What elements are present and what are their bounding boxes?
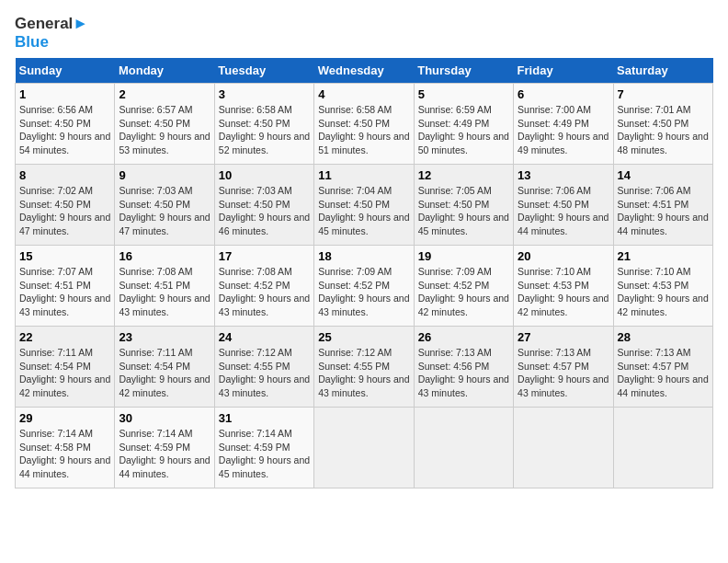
weekday-header-tuesday: Tuesday xyxy=(214,58,313,84)
calendar-cell xyxy=(414,408,513,488)
day-info: Sunrise: 7:14 AMSunset: 4:59 PMDaylight:… xyxy=(119,427,210,481)
day-info: Sunrise: 7:11 AMSunset: 4:54 PMDaylight:… xyxy=(119,346,210,400)
day-info: Sunrise: 7:10 AMSunset: 4:53 PMDaylight:… xyxy=(518,265,609,319)
weekday-header-monday: Monday xyxy=(115,58,214,84)
day-number: 28 xyxy=(618,330,709,344)
day-number: 10 xyxy=(219,168,310,182)
day-info: Sunrise: 7:04 AMSunset: 4:50 PMDaylight:… xyxy=(318,184,409,238)
calendar-cell: 14Sunrise: 7:06 AMSunset: 4:51 PMDayligh… xyxy=(613,165,712,246)
calendar-cell: 26Sunrise: 7:13 AMSunset: 4:56 PMDayligh… xyxy=(414,327,513,408)
day-number: 18 xyxy=(318,249,409,263)
calendar-cell: 30Sunrise: 7:14 AMSunset: 4:59 PMDayligh… xyxy=(115,408,214,488)
day-info: Sunrise: 7:09 AMSunset: 4:52 PMDaylight:… xyxy=(318,265,409,319)
page-header: General► Blue xyxy=(15,15,713,51)
calendar-cell: 7Sunrise: 7:01 AMSunset: 4:50 PMDaylight… xyxy=(613,84,712,165)
day-info: Sunrise: 7:12 AMSunset: 4:55 PMDaylight:… xyxy=(219,346,310,400)
calendar-cell: 19Sunrise: 7:09 AMSunset: 4:52 PMDayligh… xyxy=(414,246,513,327)
day-info: Sunrise: 7:07 AMSunset: 4:51 PMDaylight:… xyxy=(19,265,110,319)
day-info: Sunrise: 7:03 AMSunset: 4:50 PMDaylight:… xyxy=(119,184,210,238)
day-number: 14 xyxy=(618,168,709,182)
day-number: 5 xyxy=(418,87,509,101)
day-info: Sunrise: 7:06 AMSunset: 4:50 PMDaylight:… xyxy=(518,184,609,238)
calendar-week-row: 1Sunrise: 6:56 AMSunset: 4:50 PMDaylight… xyxy=(16,84,713,165)
calendar-cell: 8Sunrise: 7:02 AMSunset: 4:50 PMDaylight… xyxy=(16,165,115,246)
calendar-cell: 2Sunrise: 6:57 AMSunset: 4:50 PMDaylight… xyxy=(115,84,214,165)
day-info: Sunrise: 7:10 AMSunset: 4:53 PMDaylight:… xyxy=(618,265,709,319)
day-number: 19 xyxy=(418,249,509,263)
calendar-cell: 15Sunrise: 7:07 AMSunset: 4:51 PMDayligh… xyxy=(16,246,115,327)
logo-blue: Blue xyxy=(15,33,88,52)
day-number: 4 xyxy=(318,87,409,101)
calendar-cell: 25Sunrise: 7:12 AMSunset: 4:55 PMDayligh… xyxy=(314,327,414,408)
calendar-cell: 5Sunrise: 6:59 AMSunset: 4:49 PMDaylight… xyxy=(414,84,513,165)
day-info: Sunrise: 6:58 AMSunset: 4:50 PMDaylight:… xyxy=(219,103,310,157)
day-info: Sunrise: 6:56 AMSunset: 4:50 PMDaylight:… xyxy=(19,103,110,157)
calendar-cell: 9Sunrise: 7:03 AMSunset: 4:50 PMDaylight… xyxy=(115,165,214,246)
calendar-cell: 28Sunrise: 7:13 AMSunset: 4:57 PMDayligh… xyxy=(613,327,712,408)
weekday-header-thursday: Thursday xyxy=(414,58,513,84)
day-info: Sunrise: 7:12 AMSunset: 4:55 PMDaylight:… xyxy=(318,346,409,400)
day-number: 27 xyxy=(518,330,609,344)
calendar-cell: 29Sunrise: 7:14 AMSunset: 4:58 PMDayligh… xyxy=(16,408,115,488)
calendar-cell: 13Sunrise: 7:06 AMSunset: 4:50 PMDayligh… xyxy=(514,165,613,246)
day-info: Sunrise: 7:00 AMSunset: 4:49 PMDaylight:… xyxy=(518,103,609,157)
calendar-cell: 12Sunrise: 7:05 AMSunset: 4:50 PMDayligh… xyxy=(414,165,513,246)
day-info: Sunrise: 7:14 AMSunset: 4:59 PMDaylight:… xyxy=(219,427,310,481)
day-number: 2 xyxy=(119,87,210,101)
calendar-cell: 23Sunrise: 7:11 AMSunset: 4:54 PMDayligh… xyxy=(115,327,214,408)
day-number: 31 xyxy=(219,411,310,425)
calendar-table: SundayMondayTuesdayWednesdayThursdayFrid… xyxy=(15,58,713,488)
day-info: Sunrise: 7:03 AMSunset: 4:50 PMDaylight:… xyxy=(219,184,310,238)
calendar-week-row: 15Sunrise: 7:07 AMSunset: 4:51 PMDayligh… xyxy=(16,246,713,327)
day-info: Sunrise: 7:02 AMSunset: 4:50 PMDaylight:… xyxy=(19,184,110,238)
day-number: 1 xyxy=(19,87,110,101)
calendar-cell: 17Sunrise: 7:08 AMSunset: 4:52 PMDayligh… xyxy=(214,246,313,327)
weekday-header-saturday: Saturday xyxy=(613,58,712,84)
day-info: Sunrise: 7:13 AMSunset: 4:57 PMDaylight:… xyxy=(518,346,609,400)
day-number: 13 xyxy=(518,168,609,182)
day-number: 21 xyxy=(618,249,709,263)
day-info: Sunrise: 7:11 AMSunset: 4:54 PMDaylight:… xyxy=(19,346,110,400)
calendar-cell: 11Sunrise: 7:04 AMSunset: 4:50 PMDayligh… xyxy=(314,165,414,246)
day-info: Sunrise: 6:58 AMSunset: 4:50 PMDaylight:… xyxy=(318,103,409,157)
calendar-cell xyxy=(613,408,712,488)
day-info: Sunrise: 6:57 AMSunset: 4:50 PMDaylight:… xyxy=(119,103,210,157)
calendar-week-row: 29Sunrise: 7:14 AMSunset: 4:58 PMDayligh… xyxy=(16,408,713,488)
weekday-header-wednesday: Wednesday xyxy=(314,58,414,84)
day-number: 12 xyxy=(418,168,509,182)
day-info: Sunrise: 7:08 AMSunset: 4:52 PMDaylight:… xyxy=(219,265,310,319)
calendar-week-row: 22Sunrise: 7:11 AMSunset: 4:54 PMDayligh… xyxy=(16,327,713,408)
calendar-cell: 3Sunrise: 6:58 AMSunset: 4:50 PMDaylight… xyxy=(214,84,313,165)
day-number: 7 xyxy=(618,87,709,101)
calendar-cell: 24Sunrise: 7:12 AMSunset: 4:55 PMDayligh… xyxy=(214,327,313,408)
calendar-cell: 16Sunrise: 7:08 AMSunset: 4:51 PMDayligh… xyxy=(115,246,214,327)
day-number: 26 xyxy=(418,330,509,344)
day-info: Sunrise: 7:09 AMSunset: 4:52 PMDaylight:… xyxy=(418,265,509,319)
calendar-cell: 22Sunrise: 7:11 AMSunset: 4:54 PMDayligh… xyxy=(16,327,115,408)
calendar-cell: 4Sunrise: 6:58 AMSunset: 4:50 PMDaylight… xyxy=(314,84,414,165)
calendar-cell: 21Sunrise: 7:10 AMSunset: 4:53 PMDayligh… xyxy=(613,246,712,327)
day-number: 15 xyxy=(19,249,110,263)
day-number: 17 xyxy=(219,249,310,263)
weekday-header-sunday: Sunday xyxy=(16,58,115,84)
day-number: 23 xyxy=(119,330,210,344)
calendar-header-row: SundayMondayTuesdayWednesdayThursdayFrid… xyxy=(16,58,713,84)
day-number: 8 xyxy=(19,168,110,182)
day-number: 25 xyxy=(318,330,409,344)
logo: General► Blue xyxy=(15,15,88,51)
day-number: 6 xyxy=(518,87,609,101)
day-number: 24 xyxy=(219,330,310,344)
day-info: Sunrise: 7:13 AMSunset: 4:56 PMDaylight:… xyxy=(418,346,509,400)
calendar-cell: 10Sunrise: 7:03 AMSunset: 4:50 PMDayligh… xyxy=(214,165,313,246)
day-info: Sunrise: 6:59 AMSunset: 4:49 PMDaylight:… xyxy=(418,103,509,157)
day-info: Sunrise: 7:13 AMSunset: 4:57 PMDaylight:… xyxy=(618,346,709,400)
calendar-cell: 31Sunrise: 7:14 AMSunset: 4:59 PMDayligh… xyxy=(214,408,313,488)
day-number: 22 xyxy=(19,330,110,344)
calendar-cell xyxy=(514,408,613,488)
day-number: 29 xyxy=(19,411,110,425)
day-info: Sunrise: 7:08 AMSunset: 4:51 PMDaylight:… xyxy=(119,265,210,319)
day-info: Sunrise: 7:01 AMSunset: 4:50 PMDaylight:… xyxy=(618,103,709,157)
calendar-cell: 27Sunrise: 7:13 AMSunset: 4:57 PMDayligh… xyxy=(514,327,613,408)
logo-general: General► xyxy=(15,15,88,33)
calendar-week-row: 8Sunrise: 7:02 AMSunset: 4:50 PMDaylight… xyxy=(16,165,713,246)
